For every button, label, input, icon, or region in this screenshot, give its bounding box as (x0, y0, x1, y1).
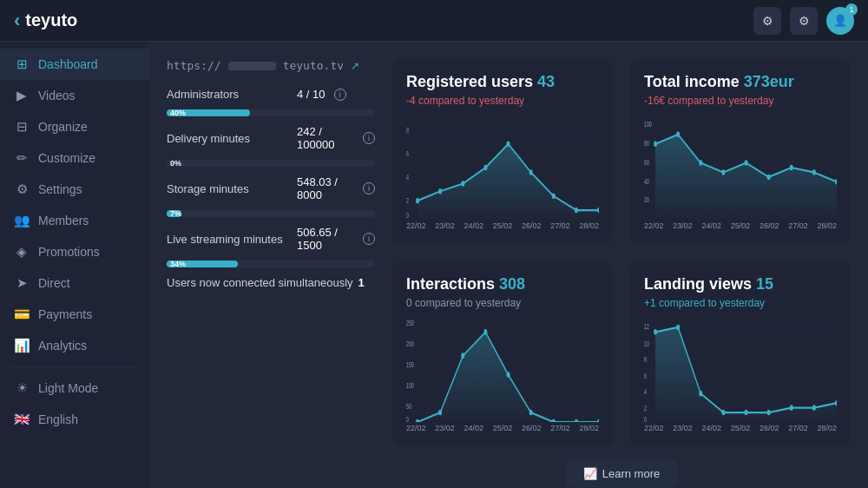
charts-grid: Registered users 43 -4 compared to yeste… (392, 59, 851, 446)
learn-more-label: Learn more (602, 467, 660, 480)
sidebar: ⊞ Dashboard ▶ Videos ⊟ Organize ✏ Custom… (0, 42, 149, 488)
svg-text:8: 8 (406, 125, 409, 135)
svg-point-36 (790, 165, 793, 171)
stat-row-live: Live streaming minutes 506.65 / 1500 i (167, 226, 375, 252)
svg-text:20: 20 (644, 195, 649, 205)
chart-icon: 📈 (583, 467, 597, 480)
sidebar-item-members[interactable]: 👥 Members (0, 205, 149, 236)
landing-views-chart-area: 12 10 8 6 4 2 0 (644, 318, 837, 422)
total-income-x-labels: 22/02 23/02 24/02 25/02 26/02 27/02 28/0… (644, 221, 837, 230)
svg-text:100: 100 (644, 120, 652, 129)
in-x-1: 23/02 (435, 424, 455, 432)
svg-text:200: 200 (406, 339, 414, 348)
settings-icon-button[interactable]: ⚙ (753, 7, 781, 35)
sidebar-item-lightmode[interactable]: ☀ Light Mode (0, 373, 149, 404)
main-content: https:// teyuto.tv ↗ Administrators 4 / … (149, 42, 868, 488)
lv-x-2: 24/02 (701, 424, 721, 432)
logo-text: teyuto (25, 10, 77, 30)
lv-x-1: 23/02 (673, 424, 693, 432)
sidebar-label-direct: Direct (38, 276, 70, 290)
sidebar-item-settings[interactable]: ⚙ Settings (0, 174, 149, 205)
organize-icon: ⊟ (14, 119, 30, 135)
sidebar-item-customize[interactable]: ✏ Customize (0, 142, 149, 174)
ti-x-3: 25/02 (731, 221, 751, 230)
svg-point-16 (552, 193, 556, 199)
lv-x-4: 26/02 (760, 424, 779, 432)
stat-row-delivery: Delivery minutes 242 / 100000 i (167, 125, 375, 151)
topbar-right: ⚙ ⚙ 👤 1 (753, 7, 854, 35)
svg-point-35 (767, 175, 771, 181)
live-info-icon[interactable]: i (363, 233, 375, 245)
svg-text:12: 12 (644, 322, 649, 332)
interactions-x-labels: 22/02 23/02 24/02 25/02 26/02 27/02 28/0… (406, 424, 599, 432)
users-connected: Users now connected simultaneously 1 (167, 276, 375, 289)
svg-point-15 (529, 169, 533, 175)
x-label-4: 26/02 (522, 221, 542, 230)
storage-progress-label: 7% (170, 209, 181, 218)
sidebar-label-promotions: Promotions (38, 245, 100, 259)
total-income-count: 373eur (744, 73, 794, 90)
sidebar-item-analytics[interactable]: 📊 Analytics (0, 330, 149, 361)
in-x-2: 24/02 (464, 424, 483, 432)
lv-x-6: 28/02 (817, 424, 837, 432)
svg-point-31 (676, 132, 680, 138)
sidebar-item-payments[interactable]: 💳 Payments (0, 299, 149, 330)
external-link-icon[interactable]: ↗ (351, 60, 359, 72)
svg-point-11 (438, 188, 442, 195)
storage-progress-bar: 7% (167, 210, 375, 217)
delivery-progress-label: 0% (170, 159, 181, 168)
registered-users-x-labels: 22/02 23/02 24/02 25/02 26/02 27/02 28/0… (406, 221, 599, 230)
svg-text:60: 60 (644, 157, 649, 167)
gear-icon-button[interactable]: ⚙ (790, 7, 818, 35)
svg-text:2: 2 (644, 403, 647, 412)
avatar[interactable]: 👤 1 (826, 7, 854, 35)
svg-text:80: 80 (644, 138, 649, 148)
delivery-progress-bar: 0% (167, 160, 375, 167)
admin-info-icon[interactable]: i (334, 89, 346, 101)
right-panel: Registered users 43 -4 compared to yeste… (392, 59, 851, 487)
storage-info-icon[interactable]: i (363, 182, 375, 195)
payments-icon: 💳 (14, 307, 30, 322)
x-label-3: 25/02 (493, 221, 513, 230)
sidebar-item-videos[interactable]: ▶ Videos (0, 80, 149, 111)
registered-users-chart-area: 8 6 4 2 0 (406, 115, 599, 220)
sidebar-label-lightmode: Light Mode (38, 381, 98, 395)
sidebar-item-direct[interactable]: ➤ Direct (0, 267, 149, 299)
landing-views-subtitle: +1 compared to yesterday (644, 297, 837, 309)
svg-text:100: 100 (406, 380, 414, 390)
x-label-0: 22/02 (406, 221, 426, 230)
svg-marker-29 (655, 135, 837, 220)
svg-text:6: 6 (644, 371, 647, 380)
interactions-count: 308 (499, 275, 525, 293)
svg-point-57 (552, 419, 556, 422)
sidebar-item-promotions[interactable]: ◈ Promotions (0, 236, 149, 267)
svg-text:50: 50 (406, 401, 411, 411)
svg-point-56 (529, 410, 533, 416)
storage-label: Storage minutes (167, 182, 288, 195)
sidebar-item-dashboard[interactable]: ⊞ Dashboard (0, 49, 149, 80)
svg-text:4: 4 (406, 173, 409, 182)
sidebar-label-payments: Payments (38, 307, 92, 321)
sidebar-item-organize[interactable]: ⊟ Organize (0, 111, 149, 142)
users-connected-label: Users now connected simultaneously (167, 276, 353, 289)
svg-point-75 (676, 325, 680, 331)
storage-value: 548.03 / 8000 (297, 175, 354, 201)
chart-interactions: Interactions 308 0 compared to yesterday (392, 261, 613, 446)
sidebar-label-members: Members (38, 214, 89, 228)
sidebar-item-english[interactable]: 🇬🇧 English (0, 404, 149, 435)
total-income-svg: 100 80 60 40 20 (644, 115, 837, 220)
ti-x-6: 28/02 (817, 221, 837, 230)
live-progress-bar: 34% (167, 260, 375, 267)
learn-more-button[interactable]: 📈 Learn more (566, 460, 677, 487)
delivery-label: Delivery minutes (167, 132, 288, 145)
total-income-title: Total income 373eur (644, 73, 837, 91)
svg-point-77 (721, 410, 725, 416)
sidebar-label-organize: Organize (38, 120, 88, 134)
delivery-info-icon[interactable]: i (363, 132, 375, 144)
ti-x-0: 22/02 (644, 221, 664, 230)
svg-point-51 (416, 419, 419, 422)
svg-point-53 (461, 353, 464, 359)
url-redacted (228, 62, 276, 70)
chart-registered-users: Registered users 43 -4 compared to yeste… (392, 59, 613, 244)
in-x-6: 28/02 (579, 424, 599, 432)
